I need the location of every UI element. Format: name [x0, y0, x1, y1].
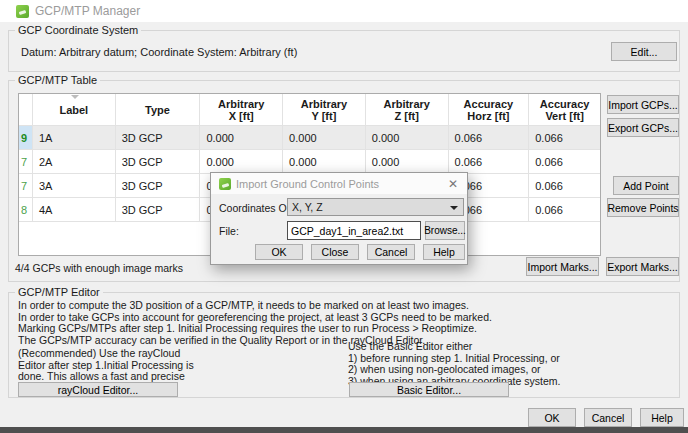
gcp-editor-group: GCP/MTP Editor In order to compute the 3…: [8, 292, 680, 398]
pix4d-app-icon: [16, 5, 29, 18]
help-button[interactable]: Help: [640, 408, 684, 427]
header-accuracy-vert[interactable]: AccuracyVert [ft]: [529, 94, 600, 126]
editor-info-line: In order to compute the 3D position of a…: [18, 300, 492, 312]
taskbar-strip: [0, 427, 688, 433]
coordinates-order-value: X, Y, Z: [292, 201, 323, 213]
cell-label: 1A: [33, 126, 116, 150]
dialog-title-bar: Import Ground Control Points ✕: [211, 173, 467, 194]
cell-row-number: 8: [19, 198, 33, 222]
file-label: File:: [219, 225, 239, 237]
close-icon[interactable]: ✕: [445, 177, 461, 191]
header-row-number: [19, 94, 33, 126]
cell-acc-vert: 0.066: [529, 174, 600, 198]
cell-acc-vert: 0.066: [529, 150, 600, 174]
gcp-marks-status-text: 4/4 GCPs with enough image marks: [15, 262, 183, 274]
sort-indicator-icon: [71, 95, 79, 99]
cell-acc-horz: 0.066: [449, 126, 530, 150]
raycloud-editor-button[interactable]: rayCloud Editor...: [18, 382, 178, 397]
dialog-cancel-button[interactable]: Cancel: [367, 244, 415, 260]
gcp-table-group-label: GCP/MTP Table: [15, 74, 100, 86]
cell-z: 0.000: [366, 126, 449, 150]
pix4d-app-icon: [219, 178, 231, 190]
cell-type: 3D GCP: [116, 198, 201, 222]
cell-y: 0.000: [283, 126, 366, 150]
datum-text: Datum: Arbitrary datum; Coordinate Syste…: [21, 46, 297, 58]
window-title: GCP/MTP Manager: [35, 4, 140, 18]
header-type[interactable]: Type: [116, 94, 201, 126]
header-z[interactable]: ArbitraryZ [ft]: [366, 94, 449, 126]
cell-row-number: 7: [19, 174, 33, 198]
import-gcp-dialog: Import Ground Control Points ✕ Coordinat…: [210, 172, 468, 265]
cell-x: 0.000: [200, 126, 283, 150]
cell-type: 3D GCP: [116, 150, 201, 174]
cell-x: 0.000: [200, 150, 283, 174]
cell-acc-vert: 0.066: [529, 126, 600, 150]
add-point-button[interactable]: Add Point: [613, 176, 679, 195]
cancel-button[interactable]: Cancel: [584, 408, 632, 427]
header-type-text: Type: [145, 104, 170, 116]
export-marks-button[interactable]: Export Marks...: [606, 257, 679, 276]
basic-editor-button[interactable]: Basic Editor...: [349, 382, 509, 397]
cell-acc-vert: 0.066: [529, 198, 600, 222]
gcp-editor-group-label: GCP/MTP Editor: [15, 286, 103, 298]
coordinate-system-group: GCP Coordinate System Datum: Arbitrary d…: [8, 30, 680, 72]
dialog-title: Import Ground Control Points: [236, 178, 440, 190]
basic-note-line: 2) when using non-geolocated images, or: [348, 364, 560, 376]
coordinate-system-group-label: GCP Coordinate System: [15, 24, 141, 36]
cell-label: 3A: [33, 174, 116, 198]
cell-label: 4A: [33, 198, 116, 222]
export-gcps-button[interactable]: Export GCPs...: [607, 118, 679, 137]
header-x[interactable]: ArbitraryX [ft]: [200, 94, 283, 126]
editor-info-line: Marking GCPs/MTPs after step 1. Initial …: [18, 323, 492, 335]
basic-editor-note-text: Use the Basic Editor either 1) before ru…: [348, 341, 560, 387]
import-gcps-button[interactable]: Import GCPs...: [607, 95, 679, 114]
edit-button[interactable]: Edit...: [611, 42, 677, 61]
remove-points-button[interactable]: Remove Points: [607, 198, 679, 217]
dialog-ok-button[interactable]: OK: [255, 244, 303, 260]
cell-row-number: 9: [19, 126, 33, 150]
header-label-text: Label: [59, 104, 88, 116]
header-y[interactable]: ArbitraryY [ft]: [283, 94, 366, 126]
table-row[interactable]: 7 2A 3D GCP 0.000 0.000 0.000 0.066 0.06…: [19, 150, 600, 174]
table-row[interactable]: 9 1A 3D GCP 0.000 0.000 0.000 0.066 0.06…: [19, 126, 600, 150]
cell-z: 0.000: [366, 150, 449, 174]
ok-button[interactable]: OK: [528, 408, 576, 427]
title-bar: GCP/MTP Manager: [0, 0, 688, 22]
cell-y: 0.000: [283, 150, 366, 174]
browse-button[interactable]: Browse...: [425, 221, 465, 240]
gcp-mtp-manager-window: GCP/MTP Manager GCP Coordinate System Da…: [0, 0, 688, 433]
header-accuracy-horz[interactable]: AccuracyHorz [ft]: [449, 94, 530, 126]
dialog-close-button[interactable]: Close: [311, 244, 359, 260]
dialog-help-button[interactable]: Help: [423, 244, 465, 260]
chevron-down-icon: [450, 206, 458, 210]
coordinates-order-select[interactable]: X, Y, Z: [287, 198, 464, 216]
import-marks-button[interactable]: Import Marks...: [526, 257, 599, 276]
basic-note-line: Use the Basic Editor either: [348, 341, 560, 353]
file-path-input[interactable]: [287, 221, 421, 240]
cell-type: 3D GCP: [116, 174, 201, 198]
cell-label: 2A: [33, 150, 116, 174]
cell-row-number: 7: [19, 150, 33, 174]
cell-acc-horz: 0.066: [449, 150, 530, 174]
cell-type: 3D GCP: [116, 126, 201, 150]
table-header-row: Label Type ArbitraryX [ft] ArbitraryY [f…: [19, 94, 600, 126]
